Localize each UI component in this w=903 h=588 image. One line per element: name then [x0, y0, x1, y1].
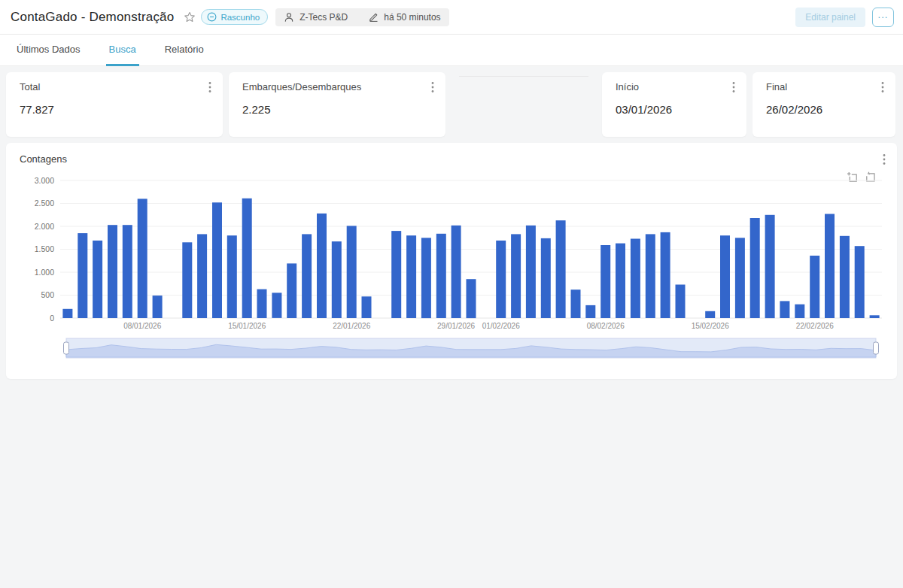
x-axis-tick-label: 01/02/2026	[482, 322, 520, 330]
empty-panel-slot	[451, 72, 596, 137]
dashboard-meta: Z-Tecs P&D há 50 minutos	[275, 8, 448, 26]
bar-24/02/2026[interactable]	[840, 236, 850, 318]
favorite-star-icon[interactable]	[181, 9, 198, 26]
bar-27/01/2026[interactable]	[421, 238, 431, 318]
x-axis-tick-label: 08/02/2026	[587, 322, 625, 330]
bar-02/02/2026[interactable]	[511, 234, 521, 318]
x-axis-tick-label: 08/01/2026	[123, 322, 161, 330]
bars-series	[62, 199, 879, 318]
bar-26/01/2026[interactable]	[406, 235, 416, 318]
contagens-bar-chart[interactable]: 05001.0001.5002.0002.5003.00008/01/20261…	[6, 143, 895, 379]
x-axis-tick-label: 15/02/2026	[692, 322, 729, 330]
stat-card-label: Total	[20, 81, 214, 92]
tab-relatorio[interactable]: Relatório	[162, 35, 207, 66]
bar-08/01/2026[interactable]	[138, 199, 147, 318]
bar-07/02/2026[interactable]	[585, 305, 595, 318]
draft-circle-minus-icon	[207, 12, 217, 22]
bar-18/02/2026[interactable]	[750, 218, 760, 318]
bar-09/02/2026[interactable]	[616, 244, 625, 318]
bar-18/01/2026[interactable]	[287, 263, 296, 318]
y-axis-tick-label: 1.000	[35, 268, 54, 277]
bar-11/02/2026[interactable]	[646, 234, 655, 318]
page-title: ContaGado - Demonstração	[11, 10, 174, 25]
panel-menu-button[interactable]	[727, 80, 740, 95]
bar-04/01/2026[interactable]	[78, 233, 87, 318]
bar-13/01/2026[interactable]	[212, 202, 222, 318]
panel-menu-button[interactable]	[876, 80, 889, 95]
app-header: ContaGado - Demonstração Rascunho Z-Tecs…	[0, 0, 903, 35]
datazoom-handle-left[interactable]	[64, 342, 69, 354]
status-badge-draft[interactable]: Rascunho	[201, 9, 268, 25]
edit-panel-button[interactable]: Editar painel	[795, 8, 865, 27]
bar-25/01/2026[interactable]	[391, 231, 401, 318]
stat-card-total: Total 77.827	[6, 72, 223, 137]
bar-04/02/2026[interactable]	[541, 238, 551, 318]
ellipsis-icon: ...	[878, 10, 889, 20]
bar-26/02/2026[interactable]	[870, 315, 880, 318]
bar-06/01/2026[interactable]	[108, 225, 117, 318]
user-icon	[284, 12, 294, 23]
tabs-bar: Últimos Dados Busca Relatório	[0, 35, 903, 66]
bar-15/02/2026[interactable]	[705, 311, 715, 318]
kebab-icon	[208, 81, 211, 93]
bar-03/01/2026[interactable]	[62, 309, 72, 318]
y-axis-tick-label: 3.000	[35, 176, 54, 185]
stat-card-inicio: Início 03/01/2026	[602, 72, 746, 137]
bar-22/01/2026[interactable]	[347, 226, 357, 318]
header-actions: Editar painel ...	[795, 8, 894, 27]
bar-15/01/2026[interactable]	[242, 199, 252, 318]
datazoom-handle-right[interactable]	[874, 342, 879, 354]
bar-13/02/2026[interactable]	[676, 285, 686, 319]
stat-card-final: Final 26/02/2026	[752, 72, 895, 137]
bar-19/02/2026[interactable]	[765, 215, 775, 318]
datazoom-selected-range[interactable]	[66, 338, 876, 358]
bar-12/01/2026[interactable]	[197, 234, 207, 318]
tab-ultimos-dados[interactable]: Últimos Dados	[14, 35, 84, 66]
tab-busca[interactable]: Busca	[106, 35, 139, 66]
x-axis-tick-label: 22/01/2026	[333, 322, 370, 330]
bar-28/01/2026[interactable]	[436, 234, 446, 318]
pencil-icon	[369, 12, 379, 22]
stat-card-label: Embarques/Desembarques	[242, 81, 436, 92]
bar-07/01/2026[interactable]	[123, 225, 132, 318]
bar-16/02/2026[interactable]	[720, 235, 730, 318]
chart-panel-contagens: Contagens 05001.0001.5002.0002.5003.0000…	[6, 143, 897, 379]
datazoom-slider[interactable]	[64, 338, 879, 358]
bar-20/02/2026[interactable]	[780, 301, 789, 318]
bar-05/02/2026[interactable]	[556, 220, 566, 318]
y-axis-tick-label: 0	[50, 314, 54, 323]
bar-10/02/2026[interactable]	[631, 239, 640, 319]
kebab-icon	[732, 81, 735, 93]
dashboard-content: Total 77.827 Embarques/Desembarques 2.22…	[0, 66, 903, 385]
bar-30/01/2026[interactable]	[467, 279, 476, 318]
bar-17/01/2026[interactable]	[272, 292, 281, 318]
more-options-button[interactable]: ...	[872, 8, 894, 27]
bar-22/02/2026[interactable]	[810, 256, 819, 318]
panel-menu-button[interactable]	[203, 80, 217, 95]
bar-20/01/2026[interactable]	[317, 214, 327, 318]
edited-ago-label: há 50 minutos	[384, 12, 440, 23]
bar-08/02/2026[interactable]	[600, 245, 610, 318]
bar-29/01/2026[interactable]	[451, 226, 461, 318]
bar-16/01/2026[interactable]	[257, 289, 267, 318]
x-axis: 08/01/202615/01/202622/01/202629/01/2026…	[123, 322, 834, 330]
bar-11/01/2026[interactable]	[182, 242, 192, 318]
bar-21/01/2026[interactable]	[332, 241, 342, 318]
panel-menu-button[interactable]	[426, 80, 439, 95]
bar-03/02/2026[interactable]	[526, 226, 536, 318]
stat-card-embarques: Embarques/Desembarques 2.225	[229, 72, 445, 137]
stat-card-value: 77.827	[20, 103, 214, 116]
stat-card-label: Início	[616, 81, 737, 92]
bar-05/01/2026[interactable]	[93, 241, 102, 318]
bar-25/02/2026[interactable]	[855, 246, 865, 318]
bar-23/02/2026[interactable]	[825, 214, 835, 319]
bar-21/02/2026[interactable]	[795, 305, 804, 318]
bar-01/02/2026[interactable]	[496, 241, 506, 318]
bar-09/01/2026[interactable]	[153, 296, 163, 318]
bar-17/02/2026[interactable]	[735, 238, 745, 318]
bar-19/01/2026[interactable]	[302, 234, 312, 318]
bar-23/01/2026[interactable]	[362, 296, 372, 318]
bar-14/01/2026[interactable]	[227, 235, 237, 318]
bar-06/02/2026[interactable]	[571, 289, 581, 318]
bar-12/02/2026[interactable]	[661, 232, 670, 318]
